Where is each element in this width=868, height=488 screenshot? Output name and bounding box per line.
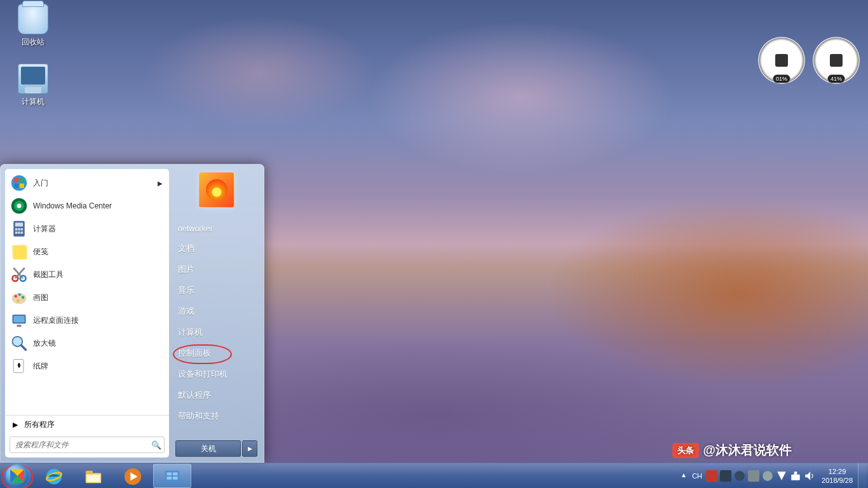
calculator-icon	[10, 220, 28, 238]
network-icon[interactable]	[790, 470, 801, 482]
program-item-media-center[interactable]: Windows Media Center	[6, 194, 168, 217]
taskbar-button-file-explorer[interactable]	[74, 464, 112, 488]
svg-rect-29	[17, 325, 22, 327]
clock-date: 2018/9/28	[822, 476, 853, 485]
tray-expand-button[interactable]: ▾	[678, 471, 689, 480]
media-player-icon	[123, 467, 142, 485]
computer-icon	[18, 64, 48, 94]
taskbar-button-internet-explorer[interactable]	[35, 464, 73, 488]
start-menu-programs-list: 入门▶Windows Media Center计算器便笺截图工具画图远程桌面连接…	[5, 169, 169, 415]
start-right-default-programs[interactable]: 默认程序	[175, 385, 257, 406]
svg-rect-12	[21, 228, 24, 231]
svg-rect-10	[15, 228, 18, 231]
desktop-icon-label: 回收站	[9, 37, 57, 48]
svg-rect-11	[18, 228, 20, 231]
svg-rect-43	[167, 477, 172, 480]
arrow-right-icon: ▶	[13, 421, 18, 429]
svg-point-47	[735, 471, 745, 481]
program-item-snipping-tool[interactable]: 截图工具	[6, 263, 168, 286]
start-right-devices-printers[interactable]: 设备和打印机	[175, 364, 257, 385]
start-menu: 入门▶Windows Media Center计算器便笺截图工具画图远程桌面连接…	[0, 164, 264, 463]
sticky-notes-icon	[10, 243, 28, 261]
start-right-documents[interactable]: 文档	[175, 238, 257, 259]
all-programs-button[interactable]: ▶ 所有程序	[5, 415, 169, 434]
gauge-value: 41%	[827, 74, 845, 83]
submenu-arrow-icon: ▶	[158, 180, 163, 187]
svg-rect-40	[165, 470, 180, 481]
user-picture[interactable]	[199, 172, 234, 208]
start-right-control-panel[interactable]: 控制面板	[175, 343, 257, 364]
svg-rect-2	[20, 178, 24, 182]
watermark-logo: 头条	[672, 443, 699, 458]
volume-icon[interactable]	[804, 470, 815, 482]
program-item-paint[interactable]: 画图	[6, 286, 168, 309]
shutdown-options-button[interactable]: ▶	[242, 440, 257, 457]
show-desktop-button[interactable]	[858, 463, 867, 489]
tray-app-icon[interactable]	[762, 470, 773, 482]
svg-point-25	[22, 296, 24, 299]
taskbar-button-control-panel-task[interactable]	[153, 464, 191, 488]
search-icon: 🔍	[149, 440, 164, 450]
program-label: 放大镜	[33, 338, 56, 349]
start-right-games[interactable]: 游戏	[175, 301, 257, 322]
media-center-icon	[10, 197, 28, 215]
program-label: Windows Media Center	[33, 201, 112, 210]
tray-app-icon[interactable]	[706, 470, 717, 482]
svg-rect-3	[14, 184, 18, 188]
svg-rect-9	[15, 222, 23, 226]
start-right-help-support[interactable]: 帮助和支持	[175, 406, 257, 427]
program-item-sticky-notes[interactable]: 便笺	[6, 240, 168, 263]
sidebar-gadgets: 01% 41%	[756, 35, 862, 86]
program-item-solitaire[interactable]: 纸牌	[6, 355, 168, 377]
start-button[interactable]	[0, 463, 34, 489]
tray-app-icon[interactable]	[734, 470, 745, 482]
start-right-pictures[interactable]: 图片	[175, 259, 257, 280]
svg-rect-37	[87, 475, 100, 482]
desktop-icon-recycle-bin[interactable]: 回收站	[9, 4, 57, 48]
program-item-calculator[interactable]: 计算器	[6, 217, 168, 240]
memory-gauge[interactable]: 41%	[811, 35, 862, 86]
svg-rect-17	[13, 246, 27, 259]
svg-rect-14	[18, 231, 20, 234]
shutdown-button[interactable]: 关机	[175, 440, 241, 457]
start-right-music[interactable]: 音乐	[175, 280, 257, 301]
language-indicator[interactable]: CH	[689, 472, 705, 480]
svg-point-0	[11, 175, 27, 191]
program-item-getting-started[interactable]: 入门▶	[6, 172, 168, 194]
start-menu-right-pane: networker文档图片音乐游戏计算机控制面板设备和打印机默认程序帮助和支持 …	[169, 165, 264, 462]
start-menu-search[interactable]: 🔍	[10, 437, 165, 453]
svg-point-26	[17, 299, 19, 302]
program-item-magnifier[interactable]: 放大镜	[6, 332, 168, 355]
getting-started-icon	[10, 174, 28, 192]
internet-explorer-icon	[44, 467, 64, 485]
svg-point-23	[15, 295, 17, 297]
start-right-user-name[interactable]: networker	[175, 219, 257, 238]
program-label: 便笺	[33, 247, 48, 257]
svg-rect-1	[14, 178, 18, 182]
svg-rect-4	[20, 184, 24, 188]
program-label: 纸牌	[33, 361, 48, 372]
svg-rect-50	[791, 474, 800, 480]
desktop-icon-computer[interactable]: 计算机	[9, 64, 57, 107]
program-label: 画图	[33, 292, 48, 303]
watermark: 头条 @沐沐君说软件	[672, 442, 792, 459]
gauge-value: 01%	[773, 74, 790, 83]
svg-rect-41	[167, 472, 172, 475]
svg-point-7	[17, 204, 22, 208]
action-center-icon[interactable]	[776, 470, 787, 482]
svg-rect-46	[720, 470, 731, 482]
search-input[interactable]	[10, 440, 149, 449]
tray-app-icon[interactable]	[748, 470, 759, 482]
start-right-computer-link[interactable]: 计算机	[175, 322, 257, 343]
svg-rect-13	[15, 231, 18, 234]
taskbar-button-media-player[interactable]	[114, 464, 152, 488]
svg-rect-51	[794, 471, 797, 475]
svg-rect-48	[748, 470, 759, 482]
tray-app-icon[interactable]	[720, 470, 731, 482]
svg-point-49	[763, 471, 773, 481]
cpu-gauge[interactable]: 01%	[756, 35, 807, 86]
desktop-icon-label: 计算机	[9, 97, 57, 107]
taskbar-clock[interactable]: 12:29 2018/9/28	[817, 467, 858, 485]
program-item-remote-desktop[interactable]: 远程桌面连接	[6, 309, 168, 332]
recycle-bin-icon	[18, 4, 48, 34]
